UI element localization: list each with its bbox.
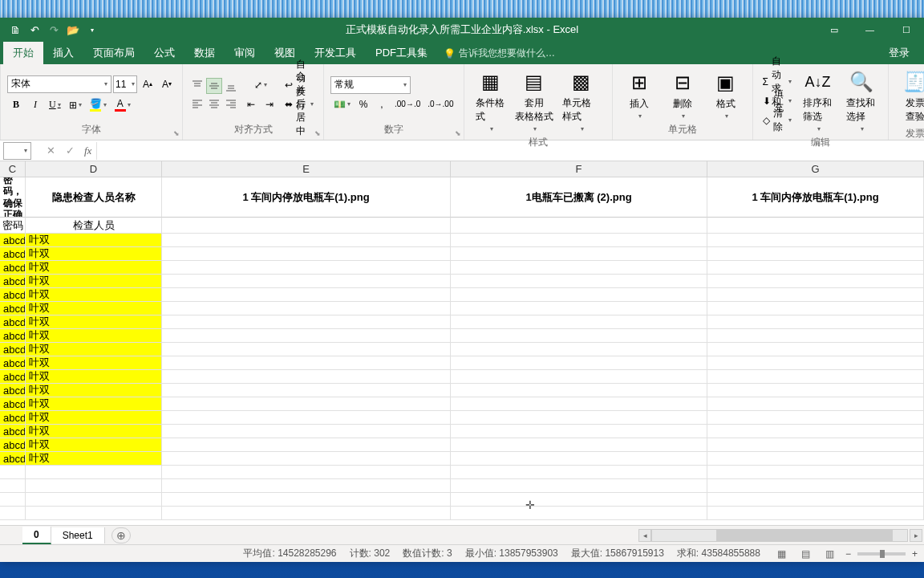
view-page-break-icon[interactable]: ▥	[821, 547, 839, 561]
cell-empty[interactable]	[162, 356, 451, 370]
cell-inspector[interactable]: 叶双	[26, 397, 162, 411]
sheet-tab-1[interactable]: Sheet1	[51, 527, 105, 543]
tab-home[interactable]: 开始	[3, 42, 43, 64]
cell-empty[interactable]	[451, 507, 707, 520]
header-F[interactable]: 1电瓶车已搬离 (2).png	[451, 177, 707, 218]
cell-empty[interactable]	[162, 288, 451, 302]
cell-empty[interactable]	[26, 479, 162, 493]
cell-empty[interactable]	[451, 452, 707, 466]
cell-inspector[interactable]: 叶双	[26, 356, 162, 370]
fill-color-button[interactable]: 🪣▾	[87, 96, 110, 114]
cell-empty[interactable]	[451, 370, 707, 384]
find-select-button[interactable]: 🔍查找和选择▾	[841, 67, 881, 134]
maximize-button[interactable]: ☐	[888, 18, 924, 42]
cell-empty[interactable]	[451, 329, 707, 343]
tab-formulas[interactable]: 公式	[144, 42, 184, 64]
subheader-G[interactable]	[707, 218, 924, 234]
cell-empty[interactable]	[451, 247, 707, 261]
align-middle-icon[interactable]	[206, 78, 222, 94]
view-page-layout-icon[interactable]: ▤	[797, 547, 815, 561]
align-top-icon[interactable]	[189, 78, 205, 94]
tab-data[interactable]: 数据	[184, 42, 225, 64]
cell-empty[interactable]	[162, 507, 451, 520]
tell-me-search[interactable]: 💡告诉我您想要做什么…	[437, 43, 561, 64]
sheet-tab-0[interactable]: 0	[22, 527, 51, 544]
col-header-C[interactable]: C	[0, 161, 26, 177]
qat-customize-icon[interactable]: ▾	[87, 24, 98, 35]
cell-password[interactable]: abcd	[0, 356, 26, 370]
invoice-check-button[interactable]: 🧾发票 查验	[895, 67, 925, 125]
cell-inspector[interactable]: 叶双	[26, 302, 162, 315]
decrease-decimal-icon[interactable]: .0→.00	[424, 96, 456, 113]
cell-inspector[interactable]: 叶双	[26, 261, 162, 275]
cell-inspector[interactable]: 叶双	[26, 329, 162, 343]
cell-empty[interactable]	[451, 466, 707, 479]
underline-button[interactable]: U▾	[46, 96, 64, 114]
cell-inspector[interactable]: 叶双	[26, 452, 162, 466]
cell-empty[interactable]	[707, 479, 924, 493]
cell-empty[interactable]	[451, 493, 707, 507]
cell-empty[interactable]	[707, 343, 924, 356]
cell-password[interactable]: abcd	[0, 315, 26, 329]
percent-format-icon[interactable]: %	[355, 96, 372, 113]
col-header-E[interactable]: E	[162, 161, 451, 177]
cell-inspector[interactable]: 叶双	[26, 234, 162, 247]
cell-inspector[interactable]: 叶双	[26, 384, 162, 397]
align-right-icon[interactable]	[223, 96, 239, 112]
font-launcher-icon[interactable]: ⬊	[173, 129, 180, 137]
number-format-combo[interactable]: 常规▾	[330, 76, 411, 94]
cell-empty[interactable]	[162, 493, 451, 507]
sort-filter-button[interactable]: A↓Z排序和筛选▾	[798, 67, 838, 134]
tab-developer[interactable]: 开发工具	[305, 42, 366, 64]
cell-empty[interactable]	[162, 275, 451, 288]
comma-format-icon[interactable]: ,	[373, 96, 391, 113]
fx-icon[interactable]: fx	[84, 144, 91, 157]
subheader-C[interactable]: 密码	[0, 218, 26, 234]
autosave-icon[interactable]: 🗎	[10, 24, 21, 35]
font-size-combo[interactable]: 11▾	[113, 75, 137, 93]
clear-button[interactable]: ◇清除▾	[760, 112, 795, 129]
cell-empty[interactable]	[162, 247, 451, 261]
open-icon[interactable]: 📂	[67, 24, 79, 35]
tab-page-layout[interactable]: 页面布局	[83, 42, 144, 64]
cell-password[interactable]: abcd	[0, 343, 26, 356]
name-box[interactable]: ▾	[3, 142, 31, 160]
cell-empty[interactable]	[707, 438, 924, 452]
number-launcher-icon[interactable]: ⬊	[455, 129, 461, 137]
cell-empty[interactable]	[707, 288, 924, 302]
cell-empty[interactable]	[707, 315, 924, 329]
cell-empty[interactable]	[707, 234, 924, 247]
cell-inspector[interactable]: 叶双	[26, 438, 162, 452]
conditional-format-button[interactable]: ▦条件格式▾	[471, 67, 511, 134]
font-name-combo[interactable]: 宋体▾	[7, 75, 111, 93]
cell-empty[interactable]	[707, 370, 924, 384]
cell-inspector[interactable]: 叶双	[26, 343, 162, 356]
orientation-icon[interactable]: ⤢▾	[242, 76, 278, 94]
align-center-icon[interactable]	[206, 96, 222, 112]
cell-empty[interactable]	[451, 438, 707, 452]
cell-empty[interactable]	[162, 397, 451, 411]
login-button[interactable]: 登录	[877, 42, 921, 64]
cell-empty[interactable]	[162, 438, 451, 452]
cell-empty[interactable]	[26, 466, 162, 479]
cell-empty[interactable]	[707, 411, 924, 425]
cell-empty[interactable]	[707, 452, 924, 466]
cell-empty[interactable]	[26, 493, 162, 507]
cell-inspector[interactable]: 叶双	[26, 411, 162, 425]
zoom-in-button[interactable]: +	[912, 548, 918, 560]
subheader-F[interactable]	[451, 218, 707, 234]
increase-decimal-icon[interactable]: .00→.0	[391, 96, 424, 113]
cell-empty[interactable]	[162, 479, 451, 493]
cell-empty[interactable]	[451, 411, 707, 425]
align-bottom-icon[interactable]	[223, 78, 239, 94]
increase-indent-icon[interactable]: ⇥	[261, 96, 278, 113]
cell-password[interactable]: abcd	[0, 275, 26, 288]
cell-empty[interactable]	[451, 275, 707, 288]
cell-empty[interactable]	[162, 466, 451, 479]
hscroll-track[interactable]	[651, 529, 908, 542]
cell-inspector[interactable]: 叶双	[26, 370, 162, 384]
ribbon-options-icon[interactable]: ▭	[816, 18, 852, 42]
cell-password[interactable]: abcd	[0, 247, 26, 261]
header-D[interactable]: 隐患检查人员名称	[26, 177, 162, 218]
cell-inspector[interactable]: 叶双	[26, 275, 162, 288]
